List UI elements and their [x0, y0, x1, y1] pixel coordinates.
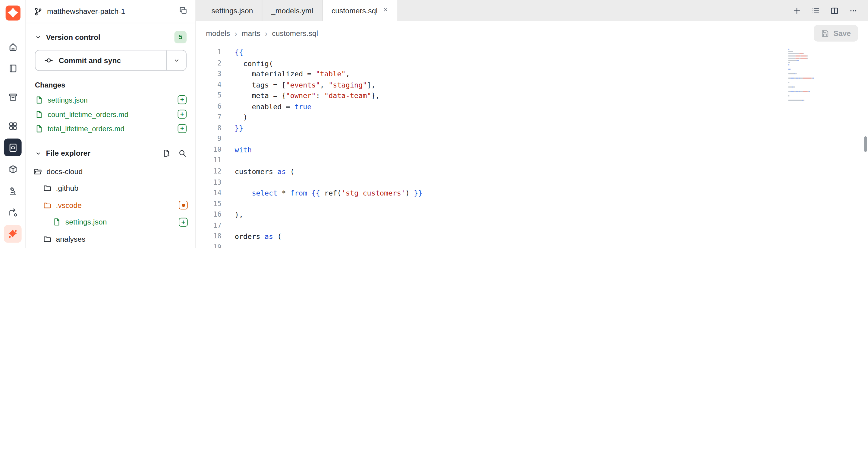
- code-line: customers as (: [235, 166, 868, 177]
- dbt-logo-icon: [5, 5, 20, 21]
- tab-_models.yml[interactable]: _models.yml: [262, 0, 323, 21]
- save-icon: [821, 29, 830, 37]
- close-tab-icon[interactable]: [382, 7, 389, 15]
- apps-icon: [8, 121, 18, 130]
- file-icon: [53, 218, 61, 226]
- rail-item-package[interactable]: [4, 160, 22, 178]
- minimap[interactable]: [788, 49, 838, 102]
- rail-item-home[interactable]: [4, 38, 22, 56]
- commit-label: Commit and sync: [59, 56, 121, 64]
- added-badge: +: [178, 110, 187, 119]
- code-line: [235, 134, 868, 144]
- changes-label: Changes: [26, 73, 195, 92]
- added-badge: +: [179, 218, 187, 226]
- code-line: enabled = true: [235, 102, 868, 112]
- folder-docs-cloud[interactable]: docs-cloud: [26, 163, 195, 180]
- copy-branch-button[interactable]: [179, 6, 187, 17]
- new-tab-button[interactable]: [789, 3, 804, 18]
- outline-button[interactable]: [808, 3, 823, 18]
- line-numbers: 123456789101112131415161718192021222324: [196, 46, 221, 248]
- package-icon: [8, 165, 18, 174]
- rail-item-notebooks[interactable]: [4, 59, 22, 77]
- new-file-icon[interactable]: [162, 149, 170, 158]
- folder-.github[interactable]: .github: [26, 180, 195, 197]
- commit-split-button: Commit and sync: [35, 50, 187, 71]
- tab-label: settings.json: [212, 6, 253, 15]
- code-line: }}: [235, 123, 868, 134]
- home-icon: [8, 42, 18, 51]
- code-line: with: [235, 144, 868, 155]
- code-line: [235, 242, 868, 248]
- tree-item-label: .github: [56, 184, 79, 193]
- folder-icon: [43, 235, 52, 243]
- chevron-down-icon: [35, 34, 41, 40]
- ellipsis-icon: [849, 6, 858, 15]
- code-line: ): [235, 112, 868, 123]
- file-icon: [35, 124, 43, 133]
- code-line: meta = {"owner": "data-team"},: [235, 90, 868, 102]
- save-button[interactable]: Save: [814, 25, 858, 41]
- breadcrumb-item-marts[interactable]: marts: [242, 29, 260, 37]
- folder-icon: [34, 167, 42, 176]
- tab-label: _models.yml: [271, 6, 313, 15]
- folder-.vscode[interactable]: .vscode: [26, 197, 195, 214]
- code-editor[interactable]: 123456789101112131415161718192021222324 …: [196, 46, 868, 248]
- code-line: [235, 221, 868, 231]
- file-icon: [35, 96, 43, 104]
- rail-item-archive[interactable]: [4, 88, 22, 106]
- code-line: [235, 199, 868, 210]
- editor-more-button[interactable]: [846, 3, 861, 18]
- deploy-icon: [8, 207, 18, 217]
- breadcrumb: models›marts›customers.sql: [206, 29, 318, 38]
- version-control-header[interactable]: Version control 5: [26, 23, 195, 49]
- dbt-cloud-ide: matthewshaver-patch-1 Version control 5 …: [0, 0, 868, 248]
- code-line: materialized = "table",: [235, 69, 868, 80]
- rail-item-apps[interactable]: [4, 117, 22, 135]
- added-badge: +: [178, 95, 187, 104]
- rail-item-deploy[interactable]: [4, 203, 22, 221]
- code-line: select * from {{ ref('stg_customers') }}: [235, 188, 868, 199]
- branch-name[interactable]: matthewshaver-patch-1: [47, 7, 125, 16]
- develop-icon: [8, 143, 18, 152]
- rail-item-develop[interactable]: [4, 139, 22, 156]
- code-line: [235, 177, 868, 188]
- changed-file[interactable]: settings.json+: [26, 93, 195, 107]
- folder-analyses[interactable]: analyses: [26, 230, 195, 248]
- split-editor-button[interactable]: [827, 3, 841, 18]
- commit-options-button[interactable]: [166, 50, 186, 70]
- tree-item-label: analyses: [56, 235, 86, 243]
- editor-scrollbar[interactable]: [864, 136, 867, 152]
- changed-file[interactable]: total_lifetime_orders.md+: [26, 121, 195, 136]
- git-branch-icon: [34, 7, 42, 16]
- sidebar: matthewshaver-patch-1 Version control 5 …: [26, 0, 196, 248]
- search-icon[interactable]: [178, 149, 187, 158]
- plus-icon: [792, 6, 801, 15]
- code-line: ),: [235, 210, 868, 221]
- file-explorer-header[interactable]: File explorer: [26, 141, 195, 163]
- rail-item-catalog[interactable]: [4, 225, 22, 243]
- archive-icon: [8, 92, 18, 102]
- modified-badge: [179, 201, 187, 209]
- commit-and-sync-button[interactable]: Commit and sync: [36, 50, 166, 70]
- changed-file-name: count_lifetime_orders.md: [48, 110, 128, 119]
- changed-file[interactable]: count_lifetime_orders.md+: [26, 107, 195, 121]
- folder-icon: [43, 201, 52, 209]
- editor-tabbar: settings.json_models.ymlcustomers.sql: [196, 0, 868, 21]
- file-settings.json[interactable]: settings.json+: [26, 214, 195, 230]
- added-badge: +: [178, 124, 187, 133]
- breadcrumb-item-customers.sql[interactable]: customers.sql: [272, 29, 318, 37]
- tab-customers.sql[interactable]: customers.sql: [322, 0, 398, 21]
- catalog-icon: [8, 229, 18, 239]
- code-content[interactable]: {{ config( materialized = "table", tags …: [221, 46, 868, 248]
- tree-item-label: .vscode: [56, 201, 82, 209]
- breadcrumb-item-models[interactable]: models: [206, 29, 230, 37]
- code-line: {{: [235, 47, 868, 58]
- tab-settings.json[interactable]: settings.json: [203, 0, 262, 21]
- dbt-logo[interactable]: [5, 5, 20, 21]
- chevron-down-icon: [173, 57, 180, 64]
- chevron-down-icon: [35, 150, 41, 157]
- changes-list: settings.json+count_lifetime_orders.md+t…: [26, 93, 195, 136]
- code-line: tags = ["events", "staging"],: [235, 80, 868, 90]
- rail-item-observe[interactable]: [4, 182, 22, 199]
- observe-icon: [8, 186, 18, 195]
